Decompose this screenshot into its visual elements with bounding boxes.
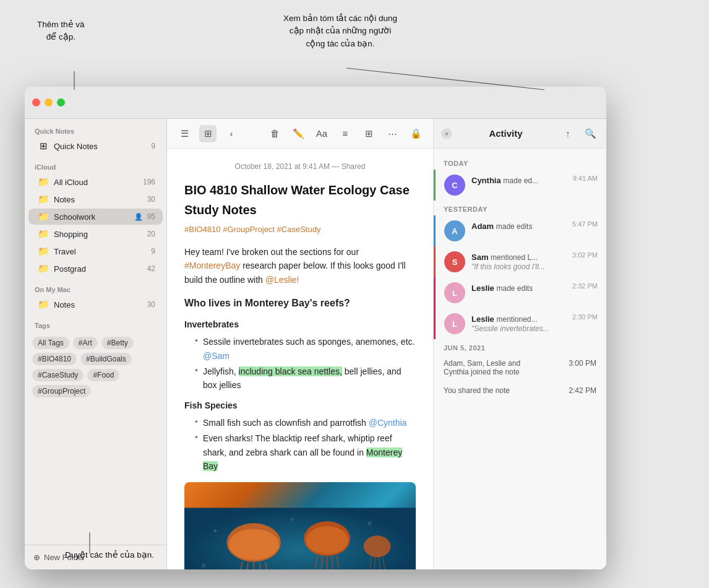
font-button[interactable]: Aa (313, 125, 330, 142)
folder-icon: 📁 (37, 263, 49, 274)
grid-view-button[interactable]: ⊞ (199, 125, 217, 142)
search-button[interactable]: 🔍 (582, 125, 599, 142)
lock-button[interactable]: 🔒 (407, 125, 424, 142)
activity-item-adam[interactable]: A Adam made edits 5:47 PM (434, 215, 606, 246)
sidebar-item-shopping[interactable]: 📁 Shopping 20 (28, 226, 163, 242)
activity-time-sam: 3:02 PM (572, 251, 598, 259)
avatar-cynthia: C (444, 175, 465, 196)
avatar-sam: S (444, 251, 465, 272)
activity-item-leslie2[interactable]: L Leslie mentioned... "Sessile invertebr… (434, 308, 606, 339)
activity-time-adam: 5:47 PM (572, 220, 598, 228)
media-button[interactable]: ⋯ (384, 125, 401, 142)
icloud-section-label: iCloud (25, 155, 166, 173)
folder-icon: 📁 (37, 299, 49, 310)
tag-all-tags[interactable]: All Tags (32, 337, 69, 349)
tag-art[interactable]: #Art (73, 337, 98, 349)
activity-toolbar: × Activity ↑ 🔍 (434, 119, 606, 149)
folder-icon: 📁 (37, 228, 49, 240)
sidebar-item-schoolwork[interactable]: 📁 Schoolwork 👤 95 (28, 209, 163, 225)
minimize-button[interactable] (45, 98, 53, 106)
note-intro: Hey team! I've broken out the sections f… (184, 245, 416, 287)
activity-item-sam[interactable]: S Sam mentioned L... "If this looks good… (434, 246, 606, 277)
activity-info-cynthia: Cynthia made ed... (471, 175, 567, 186)
invertebrates-list: Sessile invertebrates such as sponges, a… (184, 335, 416, 392)
svg-point-18 (201, 563, 205, 568)
svg-point-9 (306, 526, 348, 554)
sidebar: Quick Notes ⊞ Quick Notes 9 iCloud 📁 All… (25, 119, 167, 569)
note-toolbar: ☰ ⊞ ‹ 🗑 ✏️ Aa ≡ ⊞ ⋯ 🔒 (167, 119, 433, 149)
activity-title: Activity (457, 128, 554, 139)
activity-action-cynthia: made ed... (503, 176, 538, 185)
avatar-leslie2: L (444, 313, 465, 334)
annotation-top-left: Thêm thẻ vàđể cập. (37, 19, 85, 44)
note-content: October 18, 2021 at 9:41 AM — Shared BIO… (167, 149, 433, 569)
sidebar-notes-icloud-count: 30 (147, 195, 155, 204)
tag-bio4810[interactable]: #BIO4810 (32, 353, 77, 365)
annotation-top-center: Xem bản tóm tắt các nội dungcập nhật của… (235, 12, 445, 50)
sidebar-notes-mac-count: 30 (147, 300, 155, 309)
list-item: Jellyfish, including black sea nettles, … (194, 365, 416, 392)
sidebar-all-icloud-label: All iCloud (54, 178, 139, 187)
app-body: Quick Notes ⊞ Quick Notes 9 iCloud 📁 All… (25, 119, 606, 569)
back-button[interactable]: ‹ (223, 125, 240, 142)
note-heading-fish: Fish Species (184, 399, 416, 412)
activity-item-leslie1[interactable]: L Leslie made edits 2:32 PM (434, 277, 606, 308)
list-style-button[interactable]: ≡ (337, 125, 354, 142)
activity-name-cynthia: Cynthia (471, 176, 503, 185)
folder-icon: 📁 (37, 246, 49, 257)
tags-container: All Tags #Art #Betty #BIO4810 #BuildGoal… (25, 332, 166, 402)
activity-panel: × Activity ↑ 🔍 TODAY C Cynthia made ed..… (433, 119, 606, 569)
quick-notes-icon: ⊞ (37, 141, 49, 152)
tag-food[interactable]: #Food (87, 369, 119, 381)
sidebar-shopping-count: 20 (147, 230, 155, 238)
sidebar-notes-mac-label: Notes (54, 300, 143, 309)
svg-point-16 (367, 521, 371, 525)
sidebar-travel-label: Travel (54, 247, 147, 256)
sidebar-schoolwork-count: 95 (147, 212, 155, 221)
app-window: Quick Notes ⊞ Quick Notes 9 iCloud 📁 All… (25, 87, 606, 569)
note-timestamp: October 18, 2021 at 9:41 AM — Shared (184, 161, 416, 173)
activity-time-cynthia: 9:41 AM (573, 175, 598, 182)
sidebar-item-quick-notes[interactable]: ⊞ Quick Notes 9 (28, 138, 163, 154)
on-my-mac-section-label: On My Mac (25, 277, 166, 296)
plus-circle-icon: ⊕ (33, 553, 40, 562)
activity-group-joined-text: Adam, Sam, Leslie andCynthia joined the … (444, 359, 520, 376)
sidebar-item-notes-icloud[interactable]: 📁 Notes 30 (28, 191, 163, 207)
tag-betty[interactable]: #Betty (101, 337, 134, 349)
sidebar-postgrad-label: Postgrad (54, 264, 143, 274)
share-button[interactable]: ↑ (559, 125, 577, 142)
sidebar-travel-count: 9 (151, 247, 155, 256)
sidebar-quick-notes-label: Quick Notes (54, 142, 147, 151)
activity-info-sam: Sam mentioned L... "If this looks good I… (471, 251, 566, 271)
svg-point-15 (213, 529, 217, 532)
tag-buildgoals[interactable]: #BuildGoals (80, 353, 132, 365)
sidebar-notes-icloud-label: Notes (54, 195, 143, 204)
maximize-button[interactable] (57, 98, 65, 106)
avatar-adam: A (444, 220, 465, 241)
edit-button[interactable]: ✏️ (290, 125, 307, 142)
activity-shared: You shared the note 2:42 PM (434, 381, 606, 400)
activity-name-leslie2: Leslie (471, 314, 496, 324)
close-button[interactable] (32, 98, 40, 106)
activity-time-leslie2: 2:30 PM (572, 313, 598, 321)
svg-point-19 (291, 517, 294, 521)
tags-section-label: Tags (25, 313, 166, 332)
leslie-mention: @Leslie! (265, 275, 299, 285)
activity-info-adam: Adam made edits (471, 220, 566, 231)
activity-info-leslie2: Leslie mentioned... "Sessile invertebrat… (471, 313, 566, 333)
tag-groupproject[interactable]: #GroupProject (32, 385, 91, 397)
sidebar-item-notes-mac[interactable]: 📁 Notes 30 (28, 296, 163, 313)
list-view-button[interactable]: ☰ (176, 125, 193, 142)
sidebar-item-postgrad[interactable]: 📁 Postgrad 42 (28, 261, 163, 277)
table-button[interactable]: ⊞ (360, 125, 377, 142)
activity-item-cynthia[interactable]: C Cynthia made ed... 9:41 AM (434, 170, 606, 201)
highlighted-text: including black sea nettles, (239, 366, 342, 376)
sidebar-item-travel[interactable]: 📁 Travel 9 (28, 243, 163, 259)
tag-casestudy[interactable]: #CaseStudy (32, 369, 84, 381)
activity-shared-text: You shared the note (444, 386, 510, 395)
annotation-bottom: Duyệt các thẻ của bạn. (65, 550, 154, 560)
sidebar-item-all-icloud[interactable]: 📁 All iCloud 196 (28, 174, 163, 190)
delete-button[interactable]: 🗑 (266, 125, 283, 142)
close-activity-button[interactable]: × (441, 128, 452, 139)
folder-icon: 📁 (37, 176, 49, 188)
